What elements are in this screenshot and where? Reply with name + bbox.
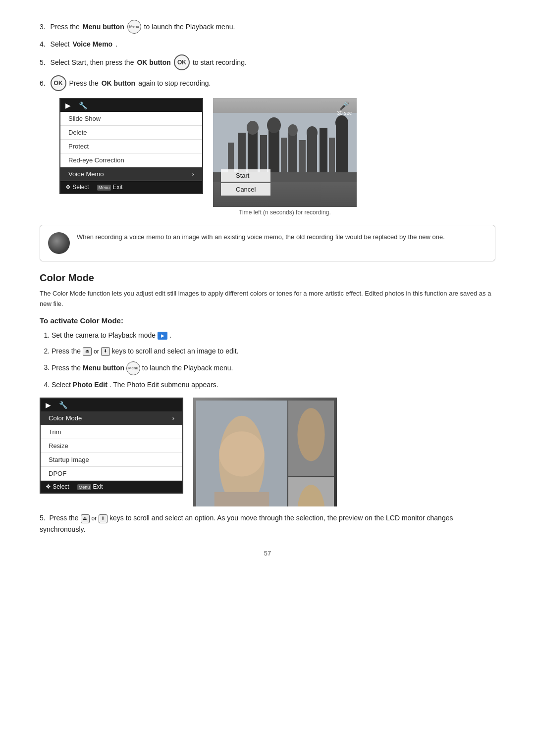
menu-item-delete: Delete (60, 126, 202, 140)
step-3-number: 3. (40, 21, 48, 32)
start-cancel-overlay: Start Cancel (221, 169, 270, 197)
step-6-ok-label: OK button (102, 78, 135, 89)
step-5-text-pre: Select Start, then press the (51, 57, 134, 68)
step-5-number: 5. (40, 57, 48, 68)
color-menu-item-colormode: Color Mode › (41, 411, 182, 425)
step-5-ok-label: OK button (137, 57, 170, 68)
step-3-menu-button-label: Menu button (83, 21, 124, 32)
step-3: 3. Press the Menu button Menu to launch … (40, 20, 495, 34)
color-mode-heading: Color Mode (40, 272, 495, 284)
menu-button-icon: Menu (127, 20, 141, 34)
color-preview-main-image (196, 401, 287, 506)
menu-item-slideshow: Slide Show (60, 112, 202, 126)
svg-rect-22 (214, 492, 269, 506)
ok-button-icon-5: OK (174, 54, 190, 70)
svg-point-14 (247, 121, 259, 135)
color-menu-item-startup: Startup Image (41, 453, 182, 467)
color-preview-screen: Viv CS BW Neg PN SK ▶ (193, 398, 337, 506)
baby-photo-small-svg (288, 401, 334, 476)
cancel-button-overlay[interactable]: Cancel (221, 183, 270, 196)
color-menu-item-trim: Trim (41, 425, 182, 439)
step-4-voice-memo-label: Voice Memo (73, 39, 113, 50)
menu-item-voicememo: Voice Memo › (60, 167, 202, 181)
playback-mode-icon: ▶ (158, 332, 167, 340)
svg-point-18 (335, 115, 348, 130)
scroll-down-icon: ⬇ (101, 347, 110, 356)
menu-footer-select: ❖ Select (65, 184, 89, 191)
voice-memo-menu-screenshot: ▶ 🔧 Slide Show Delete Protect Red-eye Co… (59, 98, 203, 194)
step-4-number: 4. (40, 39, 48, 50)
color-step-2: Press the ⏏ or ⬇ keys to scroll and sele… (52, 346, 495, 357)
step-5: 5. Select Start, then press the OK butto… (40, 54, 495, 70)
color-step-1: Set the camera to Playback mode ▶ . (52, 330, 495, 342)
svg-point-16 (288, 124, 298, 136)
color-mode-screenshots: ▶ 🔧 Color Mode › Trim Resize Startup Ima… (40, 398, 495, 506)
note-text: When recording a voice memo to an image … (77, 232, 445, 242)
color-preview-side-bottom (288, 477, 334, 506)
step-3-text-pre: Press the (51, 21, 80, 32)
note-box: When recording a voice memo to an image … (40, 225, 495, 261)
menu-footer: ❖ Select Menu Exit (60, 181, 202, 193)
menu-header-icon2: 🔧 (79, 101, 87, 109)
color-mode-subheading: To activate Color Mode: (40, 316, 495, 325)
step-3-text-post: to launch the Playback menu. (144, 21, 235, 32)
step-4-text-post: . (115, 39, 117, 50)
menu-button-icon-2: Menu (126, 361, 140, 375)
scroll-nav-icons-2: ⏏ or ⬇ (81, 514, 108, 523)
step-6-text-pre: Press the (69, 78, 99, 89)
recording-indicator: 🎤 30 sec (337, 101, 352, 116)
menu-header-icon1: ▶ (65, 101, 71, 109)
color-menu-header-icon2: 🔧 (59, 401, 67, 409)
note-icon-graphic (48, 232, 70, 254)
step-4: 4. Select Voice Memo . (40, 39, 495, 50)
svg-point-17 (307, 126, 318, 139)
scroll-left-icon: ⏏ (83, 347, 92, 356)
sec-display: 30 sec (337, 110, 352, 116)
recording-screen: 🎤 30 sec Start Cancel (213, 98, 357, 207)
menu-item-protect: Protect (60, 140, 202, 153)
recording-screenshot-container: 🎤 30 sec Start Cancel Time left (n secon… (213, 98, 357, 216)
voice-memo-screenshots: ▶ 🔧 Slide Show Delete Protect Red-eye Co… (59, 98, 495, 216)
step-5-text-post: to start recording. (193, 57, 247, 68)
menu-header: ▶ 🔧 (60, 99, 202, 112)
recording-background: 🎤 30 sec Start Cancel (213, 98, 357, 207)
svg-point-24 (297, 408, 324, 461)
step-4-text-pre: Select (51, 39, 70, 50)
color-menu-footer: ❖ Select Menu Exit (41, 481, 182, 493)
color-menu-header-icon1: ▶ (46, 401, 51, 409)
color-step-4: Select Photo Edit . The Photo Edit subme… (52, 379, 495, 391)
step-6-text-post: again to stop recording. (138, 78, 211, 89)
color-menu-header: ▶ 🔧 (41, 399, 182, 411)
color-step-1-period: . (169, 331, 171, 339)
arrow-right-voice: › (192, 170, 194, 178)
menu-item-redeye: Red-eye Correction (60, 153, 202, 167)
page-number: 57 (40, 550, 495, 557)
ok-button-icon-6: OK (51, 75, 66, 91)
start-button-overlay[interactable]: Start (221, 169, 270, 182)
scroll-left-icon-2: ⏏ (81, 514, 90, 523)
mic-icon: 🎤 (339, 101, 349, 110)
time-caption: Time left (n seconds) for recording. (239, 209, 331, 216)
color-menu-item-resize: Resize (41, 439, 182, 453)
color-menu-item-dpof: DPOF (41, 467, 182, 481)
menu-footer-menu-word: Menu Exit (97, 184, 123, 191)
step-6: 6. OK Press the OK button again to stop … (40, 75, 495, 91)
color-step-3: Press the Menu button Menu to launch the… (52, 361, 495, 375)
color-mode-steps: Set the camera to Playback mode ▶ . Pres… (40, 330, 495, 391)
scroll-nav-icons: ⏏ or ⬇ (83, 347, 110, 356)
or-text: or (93, 347, 100, 356)
or-text-2: or (91, 514, 98, 523)
color-menu-footer-select: ❖ Select (46, 483, 69, 490)
step-6-number: 6. (40, 78, 48, 89)
color-preview-inner: Viv CS BW Neg PN SK ▶ (193, 398, 337, 506)
baby-photo-svg (196, 401, 287, 506)
color-menu-footer-exit: Menu Exit (77, 483, 103, 490)
color-step-5-number: 5. (40, 514, 48, 522)
arrow-right-color: › (172, 414, 174, 422)
scroll-down-icon-2: ⬇ (99, 514, 107, 523)
color-mode-desc: The Color Mode function lets you adjust … (40, 289, 495, 309)
color-step-5: 5. Press the ⏏ or ⬇ keys to scroll and s… (40, 512, 495, 535)
color-preview-side-top (288, 401, 334, 476)
svg-point-15 (267, 117, 281, 133)
baby-photo-small2-svg (288, 477, 334, 506)
